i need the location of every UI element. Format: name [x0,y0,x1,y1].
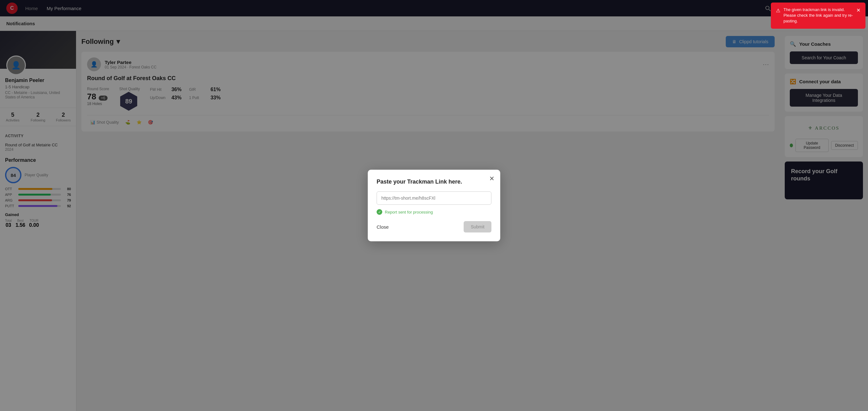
toast-close-button[interactable]: ✕ [856,7,861,14]
modal-success-message: ✓ Report sent for processing [377,209,491,215]
trackman-link-input[interactable] [377,191,491,205]
trackman-modal: ✕ Paste your Trackman Link here. ✓ Repor… [368,170,500,241]
modal-close-x-button[interactable]: ✕ [489,175,495,182]
modal-close-button[interactable]: Close [377,222,389,232]
error-toast: ⚠ The given trackman link is invalid. Pl… [771,2,866,29]
warning-icon: ⚠ [776,7,780,14]
modal-footer: Close Submit [377,221,491,232]
modal-overlay: ✕ Paste your Trackman Link here. ✓ Repor… [0,0,868,411]
success-check-icon: ✓ [377,209,382,215]
modal-submit-button[interactable]: Submit [464,221,491,232]
modal-title: Paste your Trackman Link here. [377,179,491,185]
